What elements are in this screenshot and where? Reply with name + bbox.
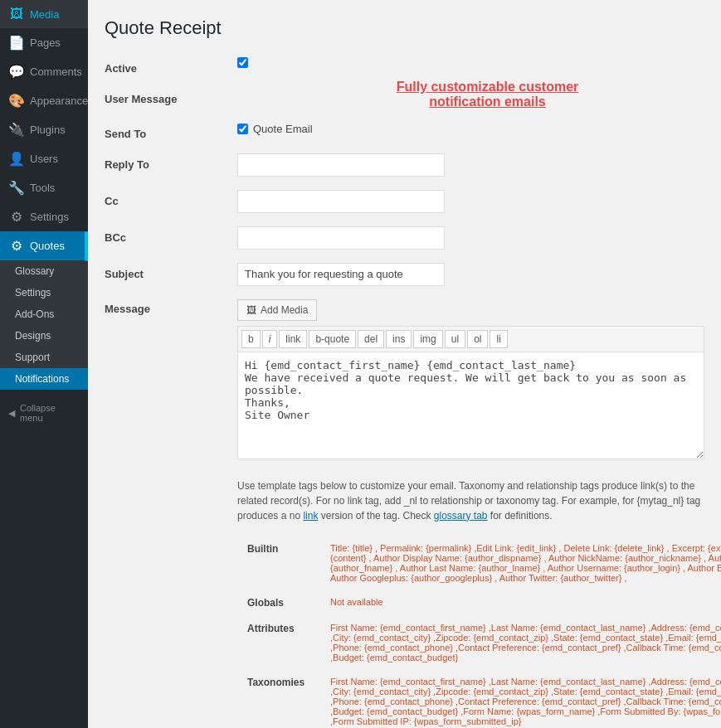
active-field [237, 57, 704, 70]
reply-to-row: Reply To [105, 153, 704, 177]
sidebar-item-comments[interactable]: 💬 Comments [0, 57, 88, 86]
sidebar-item-quotes[interactable]: ⚙ Quotes [0, 231, 88, 260]
li-button[interactable]: li [490, 330, 507, 348]
active-row: Active [105, 57, 704, 75]
sidebar-item-plugins[interactable]: 🔌 Plugins [0, 115, 88, 144]
promo-area: Fully customizable customer notification… [237, 88, 704, 109]
sidebar: 🖼 Media 📄 Pages 💬 Comments 🎨 Appearance … [0, 0, 88, 728]
globals-label: Globals [237, 590, 320, 615]
sidebar-item-appearance[interactable]: 🎨 Appearance [0, 86, 88, 115]
active-indicator [85, 231, 88, 260]
ol-button[interactable]: ol [467, 330, 488, 348]
subject-field [237, 263, 704, 286]
taxonomies-value: First Name: {emd_contact_first_name} ,La… [320, 669, 721, 728]
active-label: Active [105, 57, 237, 75]
img-button[interactable]: img [413, 330, 442, 348]
sidebar-item-pages[interactable]: 📄 Pages [0, 28, 88, 57]
italic-button[interactable]: i [262, 330, 278, 348]
bquote-button[interactable]: b-quote [309, 330, 356, 348]
cc-input[interactable] [237, 190, 445, 213]
settings-icon: ⚙ [8, 209, 25, 225]
add-media-button[interactable]: 🖼 Add Media [237, 299, 317, 321]
attributes-row: Attributes First Name: {emd_contact_firs… [237, 615, 721, 669]
link-anchor[interactable]: link [303, 510, 318, 522]
tags-table: Builtin Title: {title} , Permalink: {per… [237, 536, 721, 728]
ul-button[interactable]: ul [445, 330, 465, 348]
editor-toolbar: b i link b-quote del ins img ul ol li [237, 326, 704, 352]
quotes-submenu: Glossary Settings Add-Ons Designs Suppor… [0, 260, 88, 390]
reply-to-input[interactable] [237, 153, 445, 177]
main-content-area: Quote Receipt Active User Message Fully … [88, 0, 721, 728]
sidebar-item-settings[interactable]: ⚙ Settings [0, 202, 88, 231]
bcc-row: BCc [105, 226, 704, 250]
sidebar-item-designs[interactable]: Designs [0, 325, 88, 347]
reply-to-label: Reply To [105, 153, 237, 171]
send-to-value: Quote Email [253, 123, 313, 135]
cc-field [237, 190, 704, 213]
comments-icon: 💬 [8, 64, 25, 80]
user-message-row: User Message Fully customizable customer… [105, 88, 704, 109]
ins-button[interactable]: ins [386, 330, 412, 348]
pages-icon: 📄 [8, 35, 25, 51]
taxonomies-label: Taxonomies [237, 669, 320, 728]
reply-to-field [237, 153, 704, 177]
builtin-value: Title: {title} , Permalink: {permalink} … [320, 536, 721, 590]
send-to-field: Quote Email [237, 123, 704, 135]
sidebar-item-support[interactable]: Support [0, 347, 88, 368]
sidebar-item-tools[interactable]: 🔧 Tools [0, 173, 88, 202]
message-row: Message 🖼 Add Media b i link b-quote del… [105, 299, 704, 462]
bcc-input[interactable] [237, 226, 445, 250]
sidebar-item-media[interactable]: 🖼 Media [0, 0, 88, 28]
user-message-label: User Message [105, 88, 237, 105]
sidebar-item-users[interactable]: 👤 Users [0, 144, 88, 173]
media-icon: 🖼 [8, 7, 25, 22]
template-help: Use template tags below to customize you… [237, 478, 704, 523]
tools-icon: 🔧 [8, 180, 25, 196]
message-label: Message [105, 299, 237, 315]
quotes-icon: ⚙ [8, 238, 25, 254]
bold-button[interactable]: b [241, 330, 261, 348]
active-checkbox[interactable] [237, 57, 248, 68]
bcc-label: BCc [105, 226, 237, 244]
send-to-checkbox[interactable] [237, 124, 248, 134]
link-button[interactable]: link [279, 330, 307, 348]
add-media-icon: 🖼 [246, 304, 256, 316]
appearance-icon: 🎨 [8, 93, 25, 109]
globals-row: Globals Not available [237, 590, 721, 615]
cc-label: Cc [105, 190, 237, 207]
glossary-link[interactable]: glossary tab [434, 510, 488, 522]
bcc-field [237, 226, 704, 250]
builtin-row: Builtin Title: {title} , Permalink: {per… [237, 536, 721, 590]
attributes-value: First Name: {emd_contact_first_name} ,La… [320, 615, 721, 669]
sidebar-item-notifications[interactable]: Notifications [0, 368, 88, 390]
subject-label: Subject [105, 263, 237, 280]
send-to-row: Send To Quote Email [105, 123, 704, 140]
sidebar-item-quote-settings[interactable]: Settings [0, 282, 88, 303]
collapse-menu[interactable]: ◀ Collapse menu [0, 396, 88, 430]
message-editor: 🖼 Add Media b i link b-quote del ins img… [237, 299, 704, 462]
promo-text: Fully customizable customer notification… [270, 80, 704, 109]
send-to-label: Send To [105, 123, 237, 140]
subject-input[interactable] [237, 263, 445, 286]
taxonomies-row: Taxonomies First Name: {emd_contact_firs… [237, 669, 721, 728]
sidebar-item-addons[interactable]: Add-Ons [0, 303, 88, 325]
page-title: Quote Receipt [105, 17, 704, 41]
plugins-icon: 🔌 [8, 122, 25, 138]
cc-row: Cc [105, 190, 704, 213]
collapse-icon: ◀ [8, 408, 15, 419]
attributes-label: Attributes [237, 615, 320, 669]
globals-value: Not available [320, 590, 721, 615]
template-help-text: Use template tags below to customize you… [237, 478, 704, 523]
send-to-wrap: Quote Email [237, 123, 704, 135]
del-button[interactable]: del [358, 330, 384, 348]
subject-row: Subject [105, 263, 704, 286]
users-icon: 👤 [8, 151, 25, 167]
builtin-label: Builtin [237, 536, 320, 590]
message-textarea[interactable]: Hi {emd_contact_first_name} {emd_contact… [237, 352, 704, 459]
sidebar-item-glossary[interactable]: Glossary [0, 260, 88, 282]
